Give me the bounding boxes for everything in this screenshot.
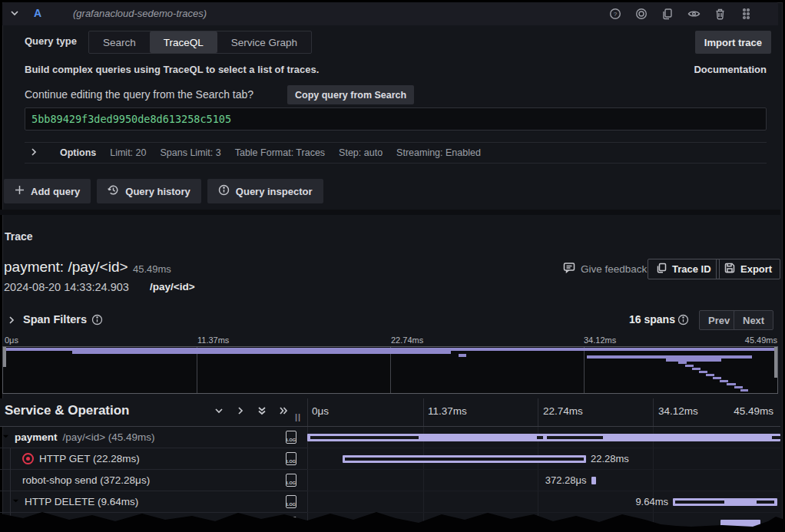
timeline-tick-3: 34.12ms [658,405,698,417]
duplicate-query-icon[interactable] [658,5,677,22]
minimap-gridline [584,347,585,393]
trace-name: payment: /pay/<id> [4,259,128,276]
collapse-query-chevron-icon[interactable] [10,8,19,20]
query-type-tabs: Search TraceQL Service Graph [88,31,312,54]
add-query-button[interactable]: Add query [4,179,91,203]
expand-one-icon[interactable] [235,405,246,418]
row-chevron-icon[interactable] [12,496,20,507]
tab-search[interactable]: Search [89,31,150,53]
comment-icon [563,262,575,276]
span-row-http-get[interactable]: HTTP GET (22.28ms) LOG 22.28ms [0,448,780,470]
span-row-payment[interactable]: payment /pay/<id> (45.49ms) LOG [0,427,780,448]
span-duration-label: 22.28ms [591,453,629,464]
option-streaming: Streaming: Enabled [396,147,481,158]
query-ref-id: A [34,7,41,19]
next-span-button[interactable]: Next [734,310,773,330]
span-bar-segment [675,501,724,504]
minimap-tick-3: 34.12ms [584,335,616,345]
disable-query-icon[interactable] [632,5,651,22]
query-value[interactable]: 5bb89429f3ded9950de8d613258c5105 [31,113,231,125]
traceql-hint-text: Build complex queries using TraceQL to s… [25,64,319,75]
span-row-http-delete[interactable]: HTTP DELETE (9.64ms) LOG 9.64ms [0,491,780,513]
span-bar[interactable] [720,520,760,527]
minimap-range-handle-right[interactable] [774,347,777,378]
timeline-tick-0: 0μs [312,405,329,417]
datasource-name: (grafanacloud-sedemo-traces) [73,8,207,19]
panel-divider [0,210,780,215]
service-operation-header: Service & Operation [5,403,130,418]
option-limit: Limit: 20 [110,147,146,158]
log-icon[interactable]: LOG [286,431,296,444]
trace-timestamp: 2024-08-20 14:33:24.903 [4,281,129,293]
trace-id-button[interactable]: Trace ID [648,259,720,279]
import-trace-button[interactable]: Import trace [695,31,771,54]
tab-traceql[interactable]: TraceQL [150,31,217,53]
timeline-tick-2: 22.74ms [543,405,583,417]
options-chevron-icon[interactable] [29,147,38,159]
query-inspector-button[interactable]: Query inspector [207,179,323,203]
collapse-all-icon[interactable] [257,405,267,418]
log-icon[interactable]: LOG [286,517,296,530]
column-resizer-handle[interactable]: || [295,412,301,421]
span-bar[interactable] [307,434,780,441]
minimap-range-handle-left[interactable] [3,347,6,367]
span-row-robot-shop-send[interactable]: robot-shop send (372.28μs) LOG 372.28μs [0,470,780,491]
collapse-one-icon[interactable] [214,405,224,418]
minimap-span-bar [678,362,687,364]
minimap-tick-0: 0μs [5,335,18,345]
query-history-button[interactable]: Query history [97,179,201,203]
minimap-span-bar [734,386,743,388]
log-icon[interactable]: LOG [286,495,296,508]
span-service: payment [15,431,58,443]
minimap-span-bar [740,389,748,392]
row-chevron-icon[interactable] [2,431,10,443]
give-feedback-link[interactable]: Give feedback [563,262,647,276]
minimap-span-bar [72,351,451,354]
export-button[interactable]: Export [716,259,780,279]
minimap-span-bar [459,354,466,357]
option-spans-limit: Spans Limit: 3 [160,147,220,158]
minimap-span-bar [685,365,694,367]
span-count-info-icon[interactable] [677,314,689,328]
span-bar[interactable] [343,455,586,463]
error-icon [22,453,34,464]
span-filters-info-icon[interactable] [91,314,103,328]
span-filters-chevron-icon[interactable] [7,316,16,327]
span-bar[interactable] [591,477,596,484]
minimap-span-bar [692,368,701,370]
query-type-label: Query type [25,35,77,47]
indent-guide [10,448,11,530]
tab-service-graph[interactable]: Service Graph [217,31,311,53]
trace-timeline-minimap[interactable] [2,346,778,394]
span-count: 16 spans [629,313,675,325]
span-filters-label[interactable]: Span Filters [23,313,87,325]
option-table-format: Table Format: Traces [235,147,325,158]
expand-all-icon[interactable] [278,405,289,418]
continue-editing-text: Continue editing the query from the Sear… [25,88,253,101]
options-accordion[interactable]: Options Limit: 20 Spans Limit: 3 Table F… [25,142,767,164]
minimap-span-bar [727,383,735,385]
log-icon[interactable]: LOG [286,452,296,465]
query-row-header[interactable]: A (grafanacloud-sedemo-traces) ? [2,2,778,25]
span-name: HTTP GET (22.28ms) [39,453,140,464]
hide-response-eye-icon[interactable] [684,5,703,22]
minimap-span-bar [666,359,722,362]
span-bar[interactable] [673,498,777,506]
minimap-gridline [390,347,391,393]
root-span-breadcrumb: /pay/<id> [150,281,195,292]
traceql-query-editor[interactable]: 5bb89429f3ded9950de8d613258c5105 [25,107,767,131]
timeline-tick-1: 11.37ms [428,405,467,417]
documentation-link[interactable]: Documentation [694,64,767,75]
span-operation: /pay/<id> (45.49ms) [63,431,155,443]
span-name: HTTP DELETE (9.64ms) [25,496,138,507]
copy-query-from-search-button[interactable]: Copy query from Search [287,85,414,104]
minimap-tick-1: 11.37ms [197,335,229,345]
span-bar-segment [310,436,419,439]
log-icon[interactable]: LOG [286,474,296,487]
trace-duration: 45.49ms [133,263,171,275]
drag-handle-icon[interactable] [737,5,755,22]
remove-query-trash-icon[interactable] [710,5,729,22]
trace-panel-title: Trace [5,230,33,243]
help-icon[interactable]: ? [606,5,624,22]
span-row-partial[interactable]: LOG [0,513,780,532]
